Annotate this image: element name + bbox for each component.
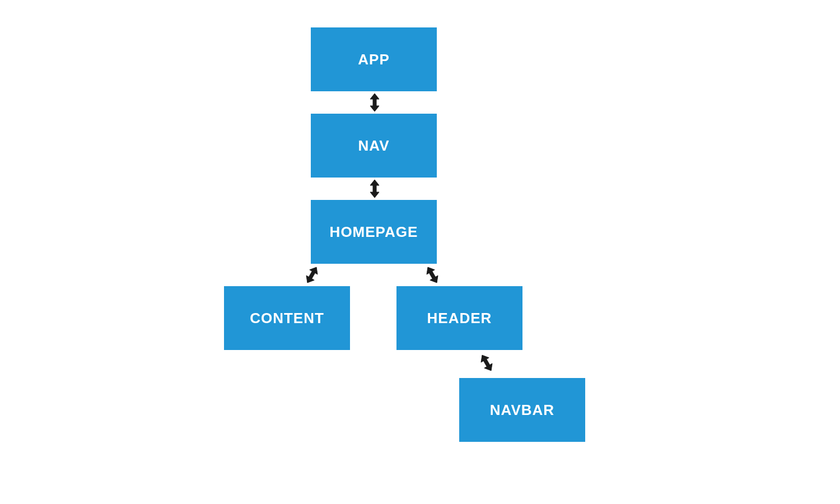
node-navbar-label: NAVBAR bbox=[490, 402, 554, 419]
node-app: APP bbox=[311, 27, 437, 91]
double-arrow-icon bbox=[367, 179, 382, 199]
double-arrow-icon bbox=[367, 92, 382, 113]
double-arrow-icon bbox=[421, 262, 444, 287]
node-homepage-label: HOMEPAGE bbox=[330, 223, 418, 241]
node-header: HEADER bbox=[396, 286, 522, 350]
node-navbar: NAVBAR bbox=[459, 378, 585, 442]
node-app-label: APP bbox=[358, 51, 389, 68]
node-nav-label: NAV bbox=[358, 137, 390, 155]
node-content: CONTENT bbox=[224, 286, 350, 350]
node-content-label: CONTENT bbox=[250, 310, 324, 327]
node-header-label: HEADER bbox=[427, 310, 492, 327]
node-nav: NAV bbox=[311, 114, 437, 178]
double-arrow-icon bbox=[300, 262, 324, 287]
double-arrow-icon bbox=[475, 350, 498, 375]
node-homepage: HOMEPAGE bbox=[311, 200, 437, 264]
